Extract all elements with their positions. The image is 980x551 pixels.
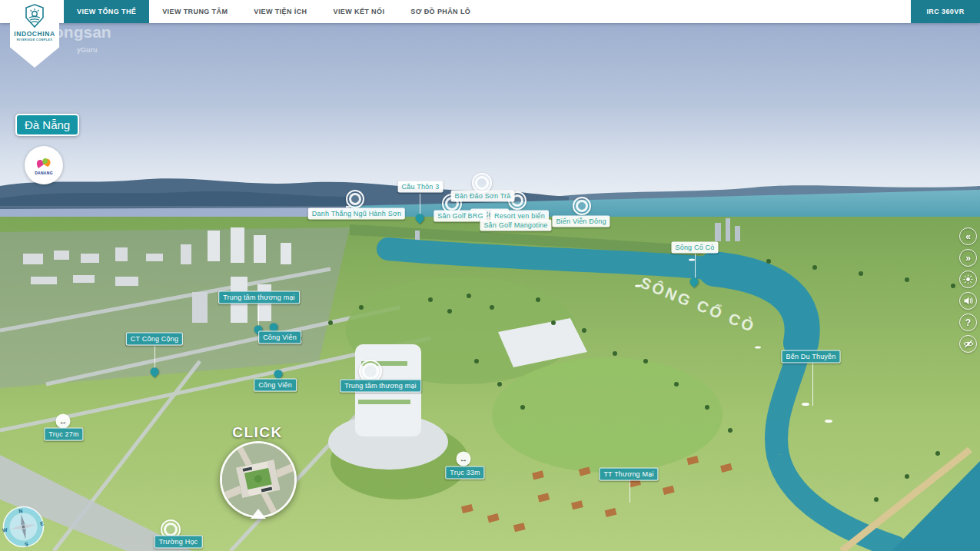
hotspot-connector-line	[258, 304, 259, 327]
viewer-stage: com.vn ongsan yGuru SÔNG CỔ CÒ Đà Nẵng D…	[0, 0, 980, 551]
hotspot-connector-line	[695, 254, 696, 278]
tab-view-ket-noi[interactable]: VIEW KẾT NỐI	[321, 0, 398, 23]
hotspot-label[interactable]: Danh Thắng Ngũ Hành Sơn	[308, 208, 405, 220]
click-callout-label: CLICK	[232, 424, 283, 441]
tab-view-tien-ich[interactable]: VIEW TIỆN ÍCH	[241, 0, 320, 23]
hotspot-label[interactable]: Cầu Thôn 3	[398, 181, 443, 193]
hotspot-ring-marker[interactable]	[346, 190, 364, 208]
hotspot-label[interactable]: Bán Đảo Sơn Trà	[451, 191, 515, 202]
road-width-arrows-icon[interactable]: ↔	[457, 452, 471, 466]
speaker-icon[interactable]	[959, 292, 977, 310]
help-icon[interactable]: ?	[959, 314, 977, 331]
hotspot-label[interactable]: Trục 27m	[44, 428, 83, 441]
chevrons-left-icon[interactable]: «	[959, 227, 977, 245]
hotspot-label[interactable]: Biển Viễn Đông	[552, 216, 610, 227]
click-arrow-up-icon	[251, 509, 266, 519]
compass-east-label: E	[40, 520, 45, 526]
sun-icon[interactable]	[959, 271, 977, 288]
hotspot-label[interactable]: Trung tâm thương mại	[340, 380, 421, 393]
city-badge-danang[interactable]: Đà Nẵng	[15, 114, 79, 136]
hotspot-label[interactable]: Bến Du Thuyền	[782, 350, 841, 363]
hotspot-connector-line	[154, 346, 155, 369]
top-navbar: VIEW TỔNG THỂ VIEW TRUNG TÂM VIEW TIỆN Í…	[0, 0, 980, 23]
compass[interactable]: N S W E	[2, 505, 45, 549]
watermark-text: ongsan	[54, 23, 111, 41]
thumbnail-aerial-preview	[222, 443, 294, 516]
hotspot-label[interactable]: Công Viên	[254, 379, 297, 392]
tab-view-tong-the[interactable]: VIEW TỔNG THỂ	[64, 0, 149, 23]
chevrons-right-icon[interactable]: »	[959, 249, 977, 267]
hotspot-connector-line	[420, 194, 420, 215]
danang-logo-text: DANANG	[35, 171, 53, 175]
hotspot-label[interactable]: Công Viên	[258, 331, 301, 344]
danang-tourism-logo: DANANG	[25, 146, 63, 184]
hotspot-label[interactable]: Sông Cổ Cò	[671, 242, 718, 254]
hotspot-label[interactable]: Trường Học	[154, 536, 203, 549]
tab-so-do-phan-lo[interactable]: SƠ ĐỒ PHÂN LÔ	[397, 0, 483, 23]
lotus-sun-emblem-icon	[22, 4, 47, 28]
hotspot-ring-marker[interactable]	[573, 197, 591, 215]
danang-heart-icon	[34, 156, 54, 171]
hotspot-label[interactable]: Sân Golf Mangotine	[480, 220, 551, 231]
hotspot-label[interactable]: CT Công Cộng	[126, 333, 183, 346]
road-width-arrows-icon[interactable]: ↔	[56, 414, 71, 429]
viewer-toolbar: « » ?	[959, 227, 977, 353]
watermark-text: yGuru	[77, 46, 98, 54]
hotspot-label[interactable]: TT Thương Mại	[599, 468, 658, 481]
hotspot-connector-line	[812, 363, 813, 406]
eye-off-icon[interactable]	[959, 335, 977, 353]
hotspot-label[interactable]: Trung tâm thương mại	[218, 291, 300, 304]
hotspot-connector-line	[630, 480, 630, 503]
hotspot-label[interactable]: Trục 33m	[445, 466, 484, 480]
hotspot-label[interactable]: Sân Golf BRG	[434, 211, 487, 222]
logo-title: INDOCHINA	[14, 30, 55, 38]
tab-view-trung-tam[interactable]: VIEW TRUNG TÂM	[149, 0, 241, 23]
panorama-scene[interactable]	[0, 0, 980, 551]
logo-subtitle: RIVERSIDE COMPLEX	[17, 38, 53, 41]
click-thumbnail[interactable]	[220, 441, 297, 518]
irc-360vr-button[interactable]: IRC 360VR	[911, 0, 980, 23]
